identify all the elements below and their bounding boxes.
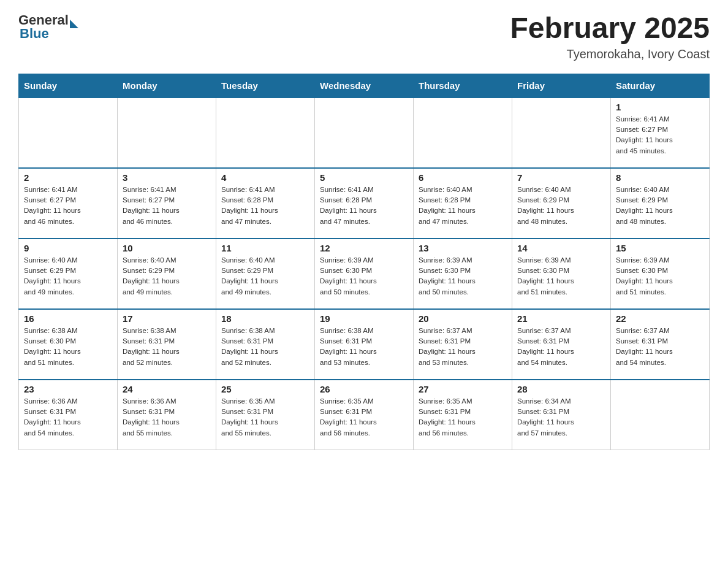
day-info: Sunrise: 6:40 AM Sunset: 6:29 PM Dayligh…	[517, 185, 605, 227]
location-text: Tyemorokaha, Ivory Coast	[510, 47, 710, 61]
calendar-table: SundayMondayTuesdayWednesdayThursdayFrid…	[18, 74, 710, 451]
calendar-week-row: 16Sunrise: 6:38 AM Sunset: 6:30 PM Dayli…	[19, 309, 710, 380]
day-number: 25	[221, 384, 309, 394]
calendar-week-row: 2Sunrise: 6:41 AM Sunset: 6:27 PM Daylig…	[19, 168, 710, 239]
calendar-cell: 18Sunrise: 6:38 AM Sunset: 6:31 PM Dayli…	[216, 309, 315, 380]
day-number: 5	[320, 172, 408, 183]
day-number: 27	[419, 384, 507, 394]
calendar-week-row: 9Sunrise: 6:40 AM Sunset: 6:29 PM Daylig…	[19, 239, 710, 309]
day-info: Sunrise: 6:40 AM Sunset: 6:29 PM Dayligh…	[123, 255, 211, 297]
calendar-cell: 19Sunrise: 6:38 AM Sunset: 6:31 PM Dayli…	[315, 309, 414, 380]
calendar-cell: 8Sunrise: 6:40 AM Sunset: 6:29 PM Daylig…	[611, 168, 710, 239]
calendar-cell: 7Sunrise: 6:40 AM Sunset: 6:29 PM Daylig…	[512, 168, 611, 239]
day-info: Sunrise: 6:40 AM Sunset: 6:29 PM Dayligh…	[24, 255, 112, 297]
day-info: Sunrise: 6:35 AM Sunset: 6:31 PM Dayligh…	[221, 396, 309, 439]
calendar-cell: 2Sunrise: 6:41 AM Sunset: 6:27 PM Daylig…	[19, 168, 118, 239]
calendar-cell: 15Sunrise: 6:39 AM Sunset: 6:30 PM Dayli…	[611, 239, 710, 309]
day-number: 15	[616, 243, 704, 253]
calendar-cell: 4Sunrise: 6:41 AM Sunset: 6:28 PM Daylig…	[216, 168, 315, 239]
day-info: Sunrise: 6:36 AM Sunset: 6:31 PM Dayligh…	[24, 396, 112, 439]
day-info: Sunrise: 6:35 AM Sunset: 6:31 PM Dayligh…	[419, 396, 507, 439]
calendar-cell: 20Sunrise: 6:37 AM Sunset: 6:31 PM Dayli…	[414, 309, 512, 380]
calendar-week-row: 1Sunrise: 6:41 AM Sunset: 6:27 PM Daylig…	[19, 98, 710, 168]
day-info: Sunrise: 6:38 AM Sunset: 6:30 PM Dayligh…	[24, 326, 112, 368]
calendar-cell: 13Sunrise: 6:39 AM Sunset: 6:30 PM Dayli…	[414, 239, 512, 309]
day-number: 21	[517, 313, 605, 324]
calendar-cell: 24Sunrise: 6:36 AM Sunset: 6:31 PM Dayli…	[118, 380, 216, 450]
day-number: 9	[24, 243, 112, 253]
day-info: Sunrise: 6:37 AM Sunset: 6:31 PM Dayligh…	[419, 326, 507, 368]
day-number: 8	[616, 172, 704, 183]
calendar-cell: 21Sunrise: 6:37 AM Sunset: 6:31 PM Dayli…	[512, 309, 611, 380]
calendar-cell: 9Sunrise: 6:40 AM Sunset: 6:29 PM Daylig…	[19, 239, 118, 309]
calendar-cell: 10Sunrise: 6:40 AM Sunset: 6:29 PM Dayli…	[118, 239, 216, 309]
day-number: 20	[419, 313, 507, 324]
calendar-cell: 14Sunrise: 6:39 AM Sunset: 6:30 PM Dayli…	[512, 239, 611, 309]
title-section: February 2025 Tyemorokaha, Ivory Coast	[510, 12, 710, 61]
day-info: Sunrise: 6:35 AM Sunset: 6:31 PM Dayligh…	[320, 396, 408, 439]
calendar-cell: 1Sunrise: 6:41 AM Sunset: 6:27 PM Daylig…	[611, 98, 710, 168]
day-number: 17	[123, 313, 211, 324]
calendar-cell: 5Sunrise: 6:41 AM Sunset: 6:28 PM Daylig…	[315, 168, 414, 239]
day-info: Sunrise: 6:41 AM Sunset: 6:27 PM Dayligh…	[24, 185, 112, 227]
calendar-cell	[216, 98, 315, 168]
day-number: 4	[221, 172, 309, 183]
day-number: 28	[517, 384, 605, 394]
day-info: Sunrise: 6:36 AM Sunset: 6:31 PM Dayligh…	[123, 396, 211, 439]
calendar-cell: 6Sunrise: 6:40 AM Sunset: 6:28 PM Daylig…	[414, 168, 512, 239]
day-number: 1	[616, 102, 704, 112]
day-number: 18	[221, 313, 309, 324]
day-info: Sunrise: 6:41 AM Sunset: 6:27 PM Dayligh…	[123, 185, 211, 227]
calendar-cell	[414, 98, 512, 168]
month-title: February 2025	[510, 12, 710, 45]
day-info: Sunrise: 6:40 AM Sunset: 6:29 PM Dayligh…	[616, 185, 704, 227]
day-info: Sunrise: 6:41 AM Sunset: 6:27 PM Dayligh…	[616, 114, 704, 156]
day-number: 13	[419, 243, 507, 253]
day-info: Sunrise: 6:39 AM Sunset: 6:30 PM Dayligh…	[517, 255, 605, 297]
day-number: 7	[517, 172, 605, 183]
calendar-cell: 16Sunrise: 6:38 AM Sunset: 6:30 PM Dayli…	[19, 309, 118, 380]
day-info: Sunrise: 6:40 AM Sunset: 6:28 PM Dayligh…	[419, 185, 507, 227]
day-number: 2	[24, 172, 112, 183]
day-number: 6	[419, 172, 507, 183]
day-number: 26	[320, 384, 408, 394]
day-info: Sunrise: 6:40 AM Sunset: 6:29 PM Dayligh…	[221, 255, 309, 297]
calendar-cell: 25Sunrise: 6:35 AM Sunset: 6:31 PM Dayli…	[216, 380, 315, 450]
page-header: General Blue February 2025 Tyemorokaha, …	[18, 12, 710, 61]
day-number: 22	[616, 313, 704, 324]
calendar-cell: 27Sunrise: 6:35 AM Sunset: 6:31 PM Dayli…	[414, 380, 512, 450]
day-number: 11	[221, 243, 309, 253]
day-info: Sunrise: 6:38 AM Sunset: 6:31 PM Dayligh…	[221, 326, 309, 368]
calendar-week-row: 23Sunrise: 6:36 AM Sunset: 6:31 PM Dayli…	[19, 380, 710, 450]
logo-blue-text: Blue	[20, 26, 49, 42]
calendar-cell	[118, 98, 216, 168]
day-number: 24	[123, 384, 211, 394]
day-number: 3	[123, 172, 211, 183]
day-info: Sunrise: 6:37 AM Sunset: 6:31 PM Dayligh…	[517, 326, 605, 368]
weekday-header-sunday: Sunday	[19, 74, 118, 98]
day-info: Sunrise: 6:38 AM Sunset: 6:31 PM Dayligh…	[320, 326, 408, 368]
day-info: Sunrise: 6:39 AM Sunset: 6:30 PM Dayligh…	[419, 255, 507, 297]
day-number: 12	[320, 243, 408, 253]
calendar-cell: 12Sunrise: 6:39 AM Sunset: 6:30 PM Dayli…	[315, 239, 414, 309]
calendar-cell	[19, 98, 118, 168]
weekday-header-saturday: Saturday	[611, 74, 710, 98]
day-info: Sunrise: 6:41 AM Sunset: 6:28 PM Dayligh…	[320, 185, 408, 227]
calendar-cell	[315, 98, 414, 168]
weekday-header-monday: Monday	[118, 74, 216, 98]
calendar-cell: 17Sunrise: 6:38 AM Sunset: 6:31 PM Dayli…	[118, 309, 216, 380]
day-info: Sunrise: 6:37 AM Sunset: 6:31 PM Dayligh…	[616, 326, 704, 368]
calendar-cell: 3Sunrise: 6:41 AM Sunset: 6:27 PM Daylig…	[118, 168, 216, 239]
day-info: Sunrise: 6:39 AM Sunset: 6:30 PM Dayligh…	[616, 255, 704, 297]
calendar-cell: 23Sunrise: 6:36 AM Sunset: 6:31 PM Dayli…	[19, 380, 118, 450]
day-info: Sunrise: 6:34 AM Sunset: 6:31 PM Dayligh…	[517, 396, 605, 439]
calendar-cell: 26Sunrise: 6:35 AM Sunset: 6:31 PM Dayli…	[315, 380, 414, 450]
weekday-header-row: SundayMondayTuesdayWednesdayThursdayFrid…	[19, 74, 710, 98]
weekday-header-friday: Friday	[512, 74, 611, 98]
calendar-cell: 28Sunrise: 6:34 AM Sunset: 6:31 PM Dayli…	[512, 380, 611, 450]
day-info: Sunrise: 6:41 AM Sunset: 6:28 PM Dayligh…	[221, 185, 309, 227]
day-info: Sunrise: 6:39 AM Sunset: 6:30 PM Dayligh…	[320, 255, 408, 297]
weekday-header-tuesday: Tuesday	[216, 74, 315, 98]
day-number: 19	[320, 313, 408, 324]
day-number: 10	[123, 243, 211, 253]
